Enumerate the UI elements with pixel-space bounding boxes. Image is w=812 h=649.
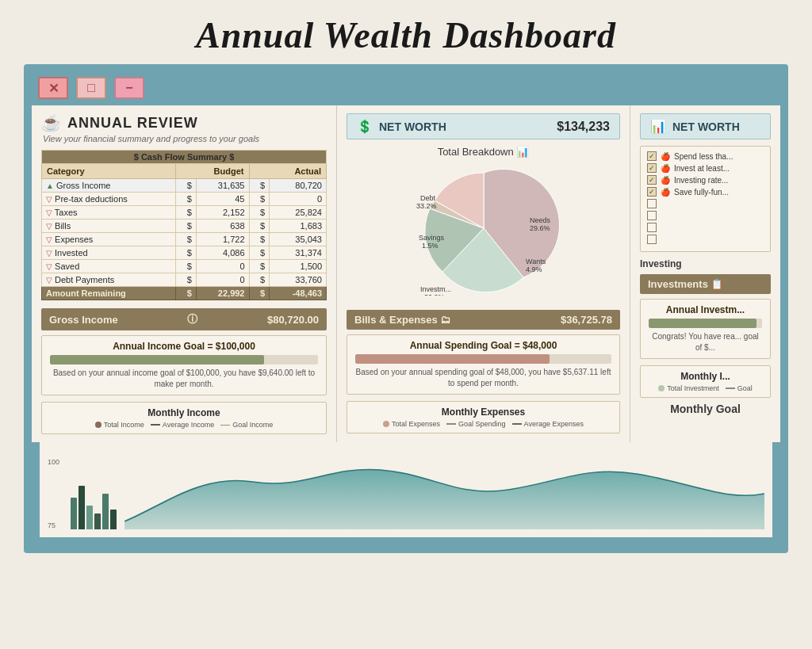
table-row: ▽ Expenses $ 1,722 $ 35,043 [42, 233, 327, 246]
legend-goal-income: Goal Income [220, 421, 273, 429]
income-goal-title: Annual Income Goal = $100,000 [50, 341, 318, 352]
spending-goal-bar-fill [355, 354, 550, 364]
bar-1 [71, 498, 77, 529]
monthly-expenses-legend: Total Expenses Goal Spending Average Exp… [354, 420, 613, 428]
checklist-item-1: ✓ 🍎 Spend less tha... [647, 151, 764, 161]
checklist-item-7 [647, 223, 764, 232]
income-goal-section: Annual Income Goal = $100,000 Based on y… [41, 335, 327, 395]
right-net-worth-label: NET WORTH [672, 120, 740, 133]
svg-text:4.9%: 4.9% [526, 265, 542, 273]
legend-line-avg [151, 424, 160, 426]
pie-title: Total Breakdown 📊 [347, 146, 620, 158]
net-worth-value: $134,233 [557, 120, 610, 134]
svg-text:30.9%: 30.9% [424, 293, 445, 296]
checkbox-5[interactable] [647, 199, 657, 208]
middle-panel: 💲 NET WORTH $134,233 Total Breakdown 📊 [337, 105, 630, 442]
net-worth-header: 💲 NET WORTH $134,233 [347, 113, 620, 139]
monthly-income-title: Monthly Income [48, 407, 320, 418]
legend-goal-investment: Goal [726, 384, 753, 392]
checkbox-7[interactable] [647, 223, 657, 232]
gross-income-value: $80,720.00 [267, 314, 319, 326]
spending-goal-text: Based on your annual spending goal of $4… [355, 367, 611, 389]
table-row: ▽ Taxes $ 2,152 $ 25,824 [42, 206, 327, 220]
coffee-icon: ☕ [41, 113, 61, 132]
chart-icon: 📊 [650, 119, 666, 134]
bar-4 [94, 513, 101, 529]
spending-goal-section: Annual Spending Goal = $48,000 Based on … [347, 334, 620, 395]
row-income-budget-sym: $ [176, 179, 197, 193]
pie-chart-wrapper: Needs 29.6% Wants 4.9% Investm... 30.9% … [396, 161, 571, 304]
checkbox-4[interactable]: ✓ [647, 187, 657, 197]
bar-3 [86, 506, 93, 529]
row-income-cat: ▲ Gross Income [42, 179, 176, 193]
investment-goal-bar-container [649, 319, 762, 328]
checkbox-6[interactable] [647, 211, 657, 220]
investment-goal-section: Annual Investm... Congrats! You have rea… [640, 299, 771, 359]
monthly-investment-title: Monthly I... [647, 371, 764, 382]
monthly-expenses-chart-section: Monthly Expenses Total Expenses Goal Spe… [347, 401, 620, 433]
apple-icon-3: 🍎 [661, 176, 670, 185]
gross-income-card: Gross Income ⓘ $80,720.00 [41, 308, 327, 330]
bar-2 [79, 486, 85, 529]
checkbox-1[interactable]: ✓ [647, 151, 657, 161]
monthly-income-legend: Total Income Average Income Goal Income [48, 421, 320, 429]
monthly-goal-label: Monthly Goal [640, 403, 771, 415]
investments-label: Investments 📋 [648, 278, 723, 290]
main-window: ✕ □ − ☕ ANNUAL REVIEW View your financia… [24, 64, 788, 553]
maximize-button[interactable]: □ [76, 77, 106, 99]
legend-total-expenses: Total Expenses [383, 420, 440, 428]
annual-review-title: ANNUAL REVIEW [67, 115, 198, 132]
window-controls: ✕ □ − [32, 72, 780, 105]
checklist-item-6 [647, 211, 764, 220]
row-income-budget: 31,635 [196, 179, 249, 193]
col-category: Category [42, 164, 176, 179]
col-budget: Budget [176, 164, 249, 179]
checkbox-3[interactable]: ✓ [647, 175, 657, 185]
svg-text:29.6%: 29.6% [530, 224, 550, 232]
panel-title: ☕ ANNUAL REVIEW [41, 113, 327, 132]
checklist-item-2: ✓ 🍎 Invest at least... [647, 163, 764, 173]
bills-expenses-value: $36,725.78 [561, 314, 612, 326]
spending-goal-bar-container [355, 354, 611, 364]
svg-text:Savings: Savings [419, 234, 445, 242]
table-row-total: Amount Remaining $ 22,992 $ -48,463 [42, 287, 327, 300]
monthly-expenses-title: Monthly Expenses [354, 407, 613, 418]
col-actual: Actual [249, 164, 327, 179]
investment-goal-title: Annual Investm... [649, 304, 762, 315]
row-income-actual: 80,720 [270, 179, 327, 193]
table-row-invested: ▽ Invested $ 4,086 $ 31,374 [42, 246, 327, 260]
right-panel: 📊 NET WORTH ✓ 🍎 Spend less tha... ✓ 🍎 In… [630, 105, 780, 442]
table-row: ▽ Pre-tax deductions $ 45 $ 0 [42, 193, 327, 206]
dollar-icon: 💲 [357, 119, 373, 134]
net-worth-label: NET WORTH [379, 120, 446, 133]
apple-icon-4: 🍎 [661, 188, 670, 197]
row-pretax-cat: ▽ Pre-tax deductions [42, 193, 176, 206]
bar-6 [110, 510, 117, 529]
income-goal-bar-fill [50, 355, 264, 365]
pie-chart-svg: Needs 29.6% Wants 4.9% Investm... 30.9% … [396, 161, 571, 296]
y-label-100: 100 [48, 458, 59, 466]
legend-avg-income: Average Income [151, 421, 214, 429]
table-row: ▽ Bills $ 638 $ 1,683 [42, 220, 327, 233]
bills-expenses-card: Bills & Expenses 🗂 $36,725.78 [347, 310, 620, 330]
checklist-text-4: Save fully-fun... [674, 188, 729, 197]
table-row: ▽ Debt Payments $ 0 $ 33,760 [42, 273, 327, 287]
checkbox-2[interactable]: ✓ [647, 163, 657, 173]
pie-chart-section: Needs 29.6% Wants 4.9% Investm... 30.9% … [347, 161, 620, 304]
checklist-item-8 [647, 235, 764, 244]
checkbox-8[interactable] [647, 235, 657, 244]
left-panel: ☕ ANNUAL REVIEW View your financial summ… [32, 105, 337, 442]
investment-goal-text: Congrats! You have rea... goal of $... [649, 331, 762, 353]
mini-bar-chart [71, 458, 117, 529]
gross-income-info-icon: ⓘ [187, 312, 197, 326]
bar-5 [102, 494, 109, 529]
minimize-button[interactable]: − [114, 77, 144, 99]
legend-avg-expenses: Average Expenses [512, 420, 584, 428]
income-goal-bar-container [50, 355, 318, 365]
close-button[interactable]: ✕ [38, 77, 68, 99]
investing-label: Investing [640, 258, 771, 269]
legend-total-income: Total Income [95, 421, 144, 429]
legend-total-investment: Total Investment [658, 384, 719, 392]
investments-card: Investments 📋 [640, 274, 771, 294]
checklist-text-2: Invest at least... [674, 164, 730, 173]
